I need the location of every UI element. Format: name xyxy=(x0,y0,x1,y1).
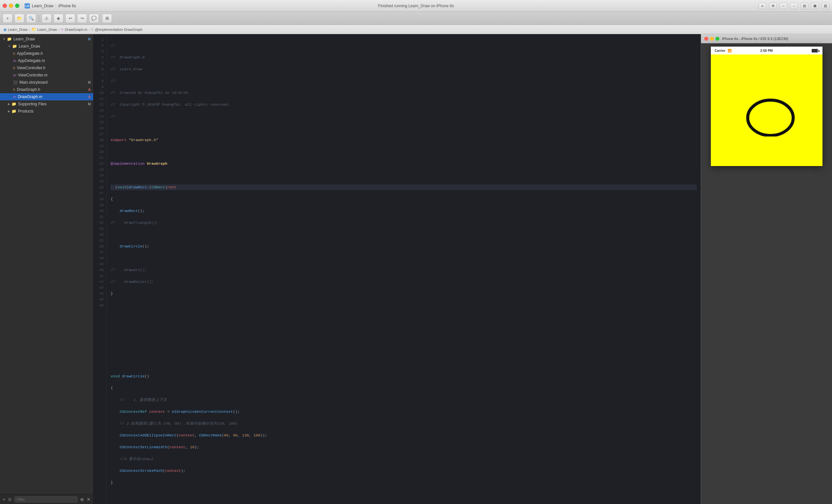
code-line-10 xyxy=(111,149,697,155)
breadcrumb-item-1[interactable]: Learn_Draw xyxy=(8,28,28,31)
circle-drawing xyxy=(734,84,800,137)
code-line-2: // DrawGraph.m xyxy=(111,54,697,60)
ln-20: 20 xyxy=(94,149,104,155)
add-file-btn[interactable]: + xyxy=(3,497,5,502)
back-btn[interactable]: ← xyxy=(779,3,787,9)
code-line-32: CGContextRef context = UIGraphicsGetCurr… xyxy=(111,409,697,415)
ln-46: 46 xyxy=(94,303,104,308)
root-badge: M xyxy=(88,37,90,41)
code-line-38: } xyxy=(111,480,697,486)
traffic-lights xyxy=(3,4,19,8)
sidebar-item-supporting-files[interactable]: ▶ 📁 Supporting Files M xyxy=(0,101,93,108)
sidebar-item-appdelegate-m[interactable]: m AppDelegate.m xyxy=(0,57,93,64)
supporting-files-label: Supporting Files xyxy=(18,102,47,106)
sidebar-item-main-storyboard[interactable]: ⬛ Main.storyboard M xyxy=(0,79,93,86)
ln-36: 36 xyxy=(94,244,104,249)
ln-44: 44 xyxy=(94,291,104,297)
iphone-screen xyxy=(711,54,823,166)
battery-fill xyxy=(812,49,817,52)
status-battery xyxy=(784,49,818,53)
view-toggle-btn[interactable]: ≡ xyxy=(758,3,766,9)
sim-minimize-btn[interactable] xyxy=(710,37,714,41)
sidebar-toggle-btn[interactable]: ▤ xyxy=(801,3,808,9)
warning-btn[interactable]: ⚠ xyxy=(42,14,52,23)
breakpoint-btn[interactable]: ◈ xyxy=(53,14,63,23)
breadcrumb-sep-2: › xyxy=(58,28,60,31)
code-line-25 xyxy=(111,326,697,332)
code-line-20: // drawArc(); xyxy=(111,267,697,273)
viewcontroller-h-label: ViewController.h xyxy=(17,66,45,70)
m-file-icon-1: m xyxy=(13,59,16,63)
status-time: 2:50 PM xyxy=(749,49,784,53)
ln-1: 1 xyxy=(94,37,104,43)
code-line-4: // xyxy=(111,78,697,84)
breadcrumb-item-4[interactable]: @implementation DrawGraph xyxy=(95,28,142,31)
ln-38: 38 xyxy=(94,255,104,261)
h-file-icon-3: h xyxy=(13,88,15,91)
redo-btn[interactable]: ↪ xyxy=(77,14,87,23)
sidebar-item-viewcontroller-m[interactable]: m ViewController.m xyxy=(0,72,93,79)
comment-btn[interactable]: 💬 xyxy=(89,14,99,23)
code-line-1: // xyxy=(111,43,697,49)
drawgraph-h-badge: A xyxy=(88,88,90,91)
breadcrumb-sep-3: › xyxy=(89,28,90,31)
new-file-btn[interactable]: + xyxy=(3,14,12,23)
h-file-icon-2: h xyxy=(13,66,15,70)
minimize-button[interactable] xyxy=(9,4,13,8)
grid-view-btn[interactable]: ⊞ xyxy=(102,14,112,23)
group-folder-icon: 📁 xyxy=(12,44,17,49)
ln-31: 31 xyxy=(94,214,104,220)
group-label: Learn_Draw xyxy=(19,44,40,49)
code-line-37: CGContextStrokePath(context); xyxy=(111,468,697,474)
supporting-badge: M xyxy=(88,102,90,106)
close-button[interactable] xyxy=(3,4,7,8)
breadcrumb-file-icon: m xyxy=(61,28,63,31)
sidebar-item-products[interactable]: ▶ 📁 Products xyxy=(0,108,93,115)
ln-26: 26 xyxy=(94,185,104,190)
appdelegate-m-label: AppDelegate.m xyxy=(18,58,45,63)
ln-12: 12 xyxy=(94,102,104,108)
sidebar-item-appdelegate-h[interactable]: h AppDelegate.h xyxy=(0,50,93,57)
code-line-16: // drawTriangle(); xyxy=(111,220,697,226)
code-line-8 xyxy=(111,125,697,131)
search-btn[interactable]: 🔍 xyxy=(26,14,36,23)
sidebar: ▼ 📁 Learn_Draw M ▼ 📁 Learn_Draw h AppDel… xyxy=(0,34,94,504)
ln-22: 22 xyxy=(94,161,104,167)
breadcrumb-item-2[interactable]: Learn_Draw xyxy=(37,28,57,31)
code-line-36: //3.显示在view上 xyxy=(111,456,697,462)
title-bar: LD Learn_Draw › iPhone 6s Finished runni… xyxy=(0,0,832,12)
drawgraph-h-label: DrawGraph.h xyxy=(17,87,40,92)
sidebar-item-viewcontroller-h[interactable]: h ViewController.h xyxy=(0,64,93,72)
breadcrumb-app-icon: ◉ xyxy=(3,27,6,32)
ln-9: 9 xyxy=(94,84,104,90)
undo-btn[interactable]: ↩ xyxy=(66,14,75,23)
ln-11: 11 xyxy=(94,96,104,102)
sb-file-icon: ⬛ xyxy=(13,80,18,85)
code-line-28 xyxy=(111,362,697,367)
forward-btn[interactable]: → xyxy=(790,3,798,9)
ln-45: 45 xyxy=(94,297,104,303)
breadcrumb-btn[interactable]: ⊕ xyxy=(769,3,777,9)
sim-maximize-btn[interactable] xyxy=(716,37,719,41)
breadcrumb-sep-1: › xyxy=(29,28,30,31)
sim-close-btn[interactable] xyxy=(704,37,708,41)
breadcrumb-item-3[interactable]: DrawGraph.m xyxy=(65,28,87,31)
code-content[interactable]: // // DrawGraph.m // Learn_Draw // // Cr… xyxy=(107,34,701,504)
ln-33: 33 xyxy=(94,226,104,232)
sidebar-learn-draw-group[interactable]: ▼ 📁 Learn_Draw xyxy=(0,43,93,50)
breadcrumb-func-icon: C xyxy=(91,28,94,31)
inspector-btn[interactable]: ▧ xyxy=(822,3,829,9)
ln-24: 24 xyxy=(94,173,104,178)
sidebar-root-group[interactable]: ▼ 📁 Learn_Draw M xyxy=(0,35,93,43)
filter-input[interactable] xyxy=(15,497,77,502)
supporting-folder-icon: 📁 xyxy=(11,102,17,106)
ln-4: 4 xyxy=(94,54,104,60)
sidebar-item-drawgraph-m[interactable]: m DrawGraph.m A xyxy=(0,93,93,101)
iphone-statusbar: Carrier 📶 2:50 PM xyxy=(711,47,823,54)
filter-close-btn[interactable]: ✕ xyxy=(87,497,90,502)
maximize-button[interactable] xyxy=(15,4,19,8)
filter-options-btn[interactable]: ⊕ xyxy=(80,497,84,502)
sidebar-item-drawgraph-h[interactable]: h DrawGraph.h A xyxy=(0,86,93,93)
layout-btn[interactable]: ▣ xyxy=(811,3,819,9)
add-group-btn[interactable]: 📁 xyxy=(15,14,24,23)
